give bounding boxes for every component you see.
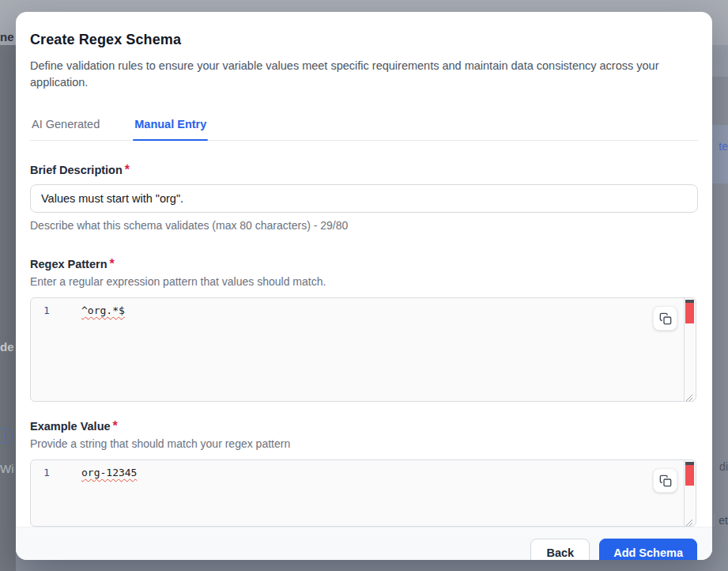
dialog-footer: Back Add Schema — [16, 527, 712, 560]
background-left-column — [0, 45, 16, 571]
editor-resize-handle[interactable] — [685, 516, 693, 524]
regex-pattern-code: ^org.*$ — [81, 303, 125, 318]
example-value-editor[interactable]: 1 org-12345 — [30, 459, 696, 527]
editor-scrollbar-track[interactable] — [684, 298, 685, 401]
error-annotation-marker — [685, 300, 694, 323]
tab-ai-generated[interactable]: AI Generated — [30, 112, 101, 140]
example-value-label-row: Example Value* — [30, 419, 698, 433]
editor-scrollbar-track[interactable] — [684, 460, 685, 526]
back-button[interactable]: Back — [530, 539, 590, 561]
brief-description-label-row: Brief Description* — [30, 163, 698, 177]
copy-button[interactable] — [653, 468, 677, 493]
background-link-fragment: te — [719, 140, 728, 153]
example-value-field: Example Value* Provide a string that sho… — [30, 419, 698, 527]
line-number: 1 — [31, 303, 62, 318]
required-asterisk: * — [125, 163, 130, 176]
error-annotation-marker — [685, 462, 694, 486]
editor-resize-handle[interactable] — [685, 391, 693, 399]
example-value-code: org-12345 — [81, 465, 137, 480]
brief-description-label: Brief Description — [30, 164, 123, 176]
regex-pattern-label-row: Regex Pattern* — [30, 257, 698, 271]
regex-pattern-label: Regex Pattern — [30, 258, 108, 270]
background-text-fragment: de — [0, 340, 14, 354]
background-text-fragment: ne — [0, 30, 14, 43]
manual-entry-form: Brief Description* Describe what this sc… — [30, 163, 698, 527]
editor-line: 1 ^org.*$ — [31, 298, 696, 318]
add-schema-button[interactable]: Add Schema — [599, 539, 697, 561]
editor-line: 1 org-12345 — [31, 460, 696, 480]
copy-icon — [659, 312, 672, 325]
regex-pattern-field: Regex Pattern* Enter a regular expressio… — [30, 257, 698, 402]
example-value-helper: Provide a string that should match your … — [30, 437, 698, 450]
brief-description-field: Brief Description* Describe what this sc… — [30, 163, 698, 232]
copy-icon — [659, 475, 672, 487]
regex-pattern-editor[interactable]: 1 ^org.*$ — [30, 297, 696, 402]
example-value-label: Example Value — [30, 420, 111, 433]
dialog-title: Create Regex Schema — [30, 32, 698, 48]
background-text-fragment: et — [714, 514, 728, 527]
background-text-fragment: di — [719, 460, 728, 473]
required-asterisk: * — [110, 257, 115, 270]
tab-bar: AI Generated Manual Entry — [30, 112, 698, 141]
line-number: 1 — [31, 465, 62, 480]
regex-pattern-helper: Enter a regular expression pattern that … — [30, 275, 698, 288]
dialog-description: Define validation rules to ensure your v… — [30, 58, 698, 91]
tab-manual-entry[interactable]: Manual Entry — [133, 112, 208, 140]
required-asterisk: * — [113, 419, 118, 433]
create-regex-schema-dialog: Create Regex Schema Define validation ru… — [16, 12, 712, 560]
brief-description-input[interactable] — [30, 184, 698, 213]
background-text-fragment: Wi — [0, 462, 14, 475]
brief-description-helper: Describe what this schema validates (max… — [30, 219, 698, 232]
copy-button[interactable] — [653, 306, 677, 331]
